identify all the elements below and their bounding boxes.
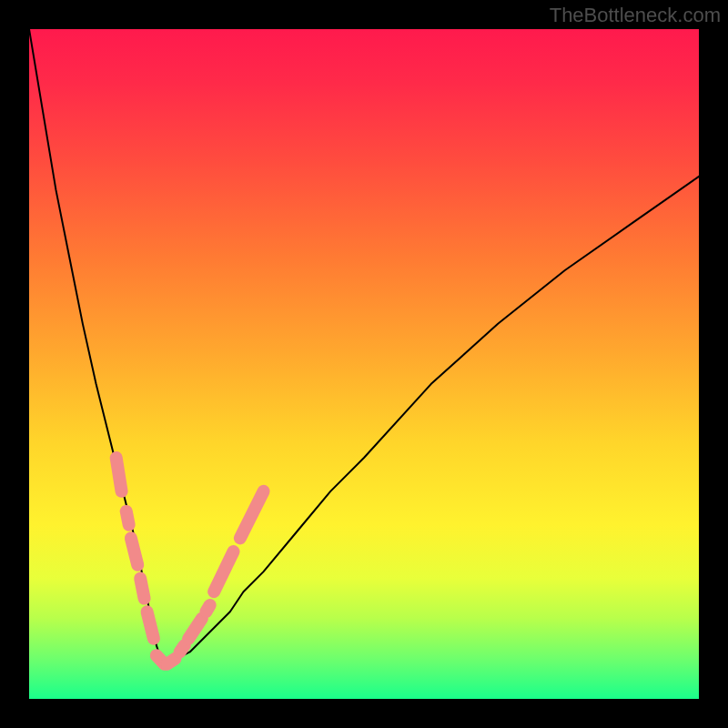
highlight-pill [180, 645, 185, 652]
highlight-pill [188, 619, 202, 639]
highlight-layer [29, 29, 699, 699]
watermark-text: TheBottleneck.com [550, 4, 721, 27]
highlight-pill [147, 612, 154, 638]
highlight-pill [240, 491, 264, 539]
highlight-pill [126, 511, 129, 525]
highlight-pill [206, 605, 209, 612]
highlight-pill [131, 538, 137, 564]
highlight-pill [167, 659, 176, 664]
plot-area [29, 29, 699, 699]
highlight-pill [140, 579, 144, 599]
highlight-pills [116, 458, 264, 664]
highlight-pill [116, 458, 122, 491]
highlight-pill [214, 551, 233, 592]
chart-frame: TheBottleneck.com [0, 0, 728, 728]
